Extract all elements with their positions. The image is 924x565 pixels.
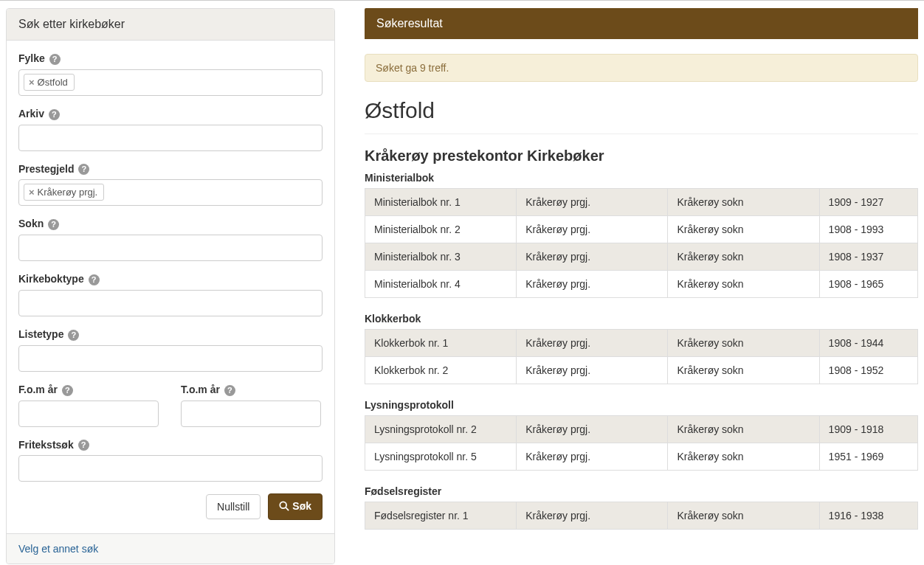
cell-years: 1916 - 1938 xyxy=(819,502,917,530)
cell-sokn: Kråkerøy sokn xyxy=(668,216,819,243)
cell-sokn: Kråkerøy sokn xyxy=(668,189,819,216)
table-row[interactable]: Lysningsprotokoll nr. 2Kråkerøy prgj.Krå… xyxy=(365,416,918,443)
tag-fylke[interactable]: ×Østfold xyxy=(24,74,75,91)
label-prestegjeld: Prestegjeld ? xyxy=(18,163,323,176)
cell-prgj: Kråkerøy prgj. xyxy=(517,357,668,384)
table-row[interactable]: Lysningsprotokoll nr. 5Kråkerøy prgj.Krå… xyxy=(365,443,918,471)
cell-name: Ministerialbok nr. 4 xyxy=(365,271,517,298)
cell-years: 1908 - 1993 xyxy=(819,216,917,243)
cell-years: 1951 - 1969 xyxy=(819,443,917,471)
button-row: Nullstill Søk xyxy=(18,493,323,520)
label-arkiv: Arkiv ? xyxy=(18,108,323,120)
search-form: Fylke ? ×Østfold Arkiv ? Prestegj xyxy=(7,41,334,533)
tag-prestegjeld[interactable]: ×Kråkerøy prgj. xyxy=(24,184,104,201)
tom-input[interactable] xyxy=(181,401,321,427)
table-row[interactable]: Klokkerbok nr. 1Kråkerøy prgj.Kråkerøy s… xyxy=(365,330,918,357)
help-icon[interactable]: ? xyxy=(224,385,235,396)
reset-button[interactable]: Nullstill xyxy=(206,494,261,519)
cell-sokn: Kråkerøy sokn xyxy=(668,443,819,471)
prestegjeld-input[interactable]: ×Kråkerøy prgj. xyxy=(18,179,323,206)
cell-name: Klokkerbok nr. 1 xyxy=(365,330,517,357)
cell-name: Klokkerbok nr. 2 xyxy=(365,357,517,384)
search-panel-title: Søk etter kirkebøker xyxy=(7,9,334,41)
section-title: Lysningsprotokoll xyxy=(365,399,918,411)
section-title: Klokkerbok xyxy=(365,313,918,325)
search-icon xyxy=(279,501,289,513)
svg-point-0 xyxy=(280,502,287,509)
cell-years: 1908 - 1937 xyxy=(819,243,917,271)
cell-years: 1909 - 1918 xyxy=(819,416,917,443)
field-tom: T.o.m år ? xyxy=(181,384,321,427)
table-row[interactable]: Ministerialbok nr. 2Kråkerøy prgj.Kråker… xyxy=(365,216,918,243)
cell-sokn: Kråkerøy sokn xyxy=(668,357,819,384)
results-table: Klokkerbok nr. 1Kråkerøy prgj.Kråkerøy s… xyxy=(365,329,918,384)
field-kirkeboktype: Kirkeboktype ? xyxy=(18,273,323,316)
fritekst-input[interactable] xyxy=(18,455,323,482)
search-panel: Søk etter kirkebøker Fylke ? ×Østfold Ar… xyxy=(6,8,335,564)
listetype-input[interactable] xyxy=(18,345,323,372)
field-arkiv: Arkiv ? xyxy=(18,108,323,151)
table-row[interactable]: Ministerialbok nr. 3Kråkerøy prgj.Kråker… xyxy=(365,243,918,271)
archive-title: Kråkerøy prestekontor Kirkebøker xyxy=(365,148,918,164)
fom-input[interactable] xyxy=(18,401,159,427)
cell-years: 1908 - 1944 xyxy=(819,330,917,357)
table-row[interactable]: Ministerialbok nr. 1Kråkerøy prgj.Kråker… xyxy=(365,189,918,216)
sokn-input[interactable] xyxy=(18,235,323,261)
cell-prgj: Kråkerøy prgj. xyxy=(517,443,668,471)
help-icon[interactable]: ? xyxy=(49,109,60,120)
results-table: Lysningsprotokoll nr. 2Kråkerøy prgj.Krå… xyxy=(365,415,918,471)
section-title: Fødselsregister xyxy=(365,485,918,497)
table-row[interactable]: Fødselsregister nr. 1Kråkerøy prgj.Kråke… xyxy=(365,502,918,530)
cell-sokn: Kråkerøy sokn xyxy=(668,330,819,357)
field-fritekst: Fritekstsøk ? xyxy=(18,439,323,482)
close-icon[interactable]: × xyxy=(29,187,35,198)
help-icon[interactable]: ? xyxy=(78,440,89,451)
label-listetype: Listetype ? xyxy=(18,328,323,341)
arkiv-input[interactable] xyxy=(18,125,323,151)
cell-prgj: Kråkerøy prgj. xyxy=(517,502,668,530)
search-button[interactable]: Søk xyxy=(268,493,323,520)
results-table: Ministerialbok nr. 1Kråkerøy prgj.Kråker… xyxy=(365,188,918,298)
label-sokn: Sokn ? xyxy=(18,218,323,230)
results-alert: Søket ga 9 treff. xyxy=(365,54,918,82)
field-prestegjeld: Prestegjeld ? ×Kråkerøy prgj. xyxy=(18,163,323,207)
cell-name: Ministerialbok nr. 3 xyxy=(365,243,517,271)
result-sections: MinisterialbokMinisterialbok nr. 1Kråker… xyxy=(365,172,918,530)
cell-prgj: Kråkerøy prgj. xyxy=(517,216,668,243)
field-listetype: Listetype ? xyxy=(18,328,323,372)
label-tom: T.o.m år ? xyxy=(181,384,321,396)
cell-sokn: Kråkerøy sokn xyxy=(668,416,819,443)
fylke-input[interactable]: ×Østfold xyxy=(18,69,323,96)
table-row[interactable]: Ministerialbok nr. 4Kråkerøy prgj.Kråker… xyxy=(365,271,918,298)
cell-prgj: Kråkerøy prgj. xyxy=(517,189,668,216)
help-icon[interactable]: ? xyxy=(49,54,61,65)
cell-prgj: Kråkerøy prgj. xyxy=(517,243,668,271)
svg-line-1 xyxy=(286,508,289,511)
kirkeboktype-input[interactable] xyxy=(18,290,323,316)
region-title: Østfold xyxy=(365,98,918,123)
section-title: Ministerialbok xyxy=(365,172,918,184)
cell-sokn: Kråkerøy sokn xyxy=(668,271,819,298)
help-icon[interactable]: ? xyxy=(78,164,89,175)
table-row[interactable]: Klokkerbok nr. 2Kråkerøy prgj.Kråkerøy s… xyxy=(365,357,918,384)
cell-name: Lysningsprotokoll nr. 2 xyxy=(365,416,517,443)
results-panel: Søkeresultat Søket ga 9 treff. Østfold K… xyxy=(365,8,918,564)
cell-prgj: Kråkerøy prgj. xyxy=(517,271,668,298)
help-icon[interactable]: ? xyxy=(68,330,79,341)
help-icon[interactable]: ? xyxy=(89,274,100,285)
field-fylke: Fylke ? ×Østfold xyxy=(18,52,323,96)
help-icon[interactable]: ? xyxy=(62,385,73,396)
cell-name: Lysningsprotokoll nr. 5 xyxy=(365,443,517,471)
cell-years: 1908 - 1965 xyxy=(819,271,917,298)
cell-sokn: Kråkerøy sokn xyxy=(668,243,819,271)
cell-years: 1908 - 1952 xyxy=(819,357,917,384)
cell-name: Ministerialbok nr. 2 xyxy=(365,216,517,243)
other-search-link[interactable]: Velg et annet søk xyxy=(18,543,98,555)
results-heading: Søkeresultat xyxy=(365,8,918,39)
help-icon[interactable]: ? xyxy=(48,219,59,230)
results-table: Fødselsregister nr. 1Kråkerøy prgj.Kråke… xyxy=(365,502,918,530)
field-sokn: Sokn ? xyxy=(18,218,323,261)
label-fom: F.o.m år ? xyxy=(18,384,159,396)
year-range: F.o.m år ? T.o.m år ? xyxy=(18,384,323,427)
close-icon[interactable]: × xyxy=(29,77,35,88)
